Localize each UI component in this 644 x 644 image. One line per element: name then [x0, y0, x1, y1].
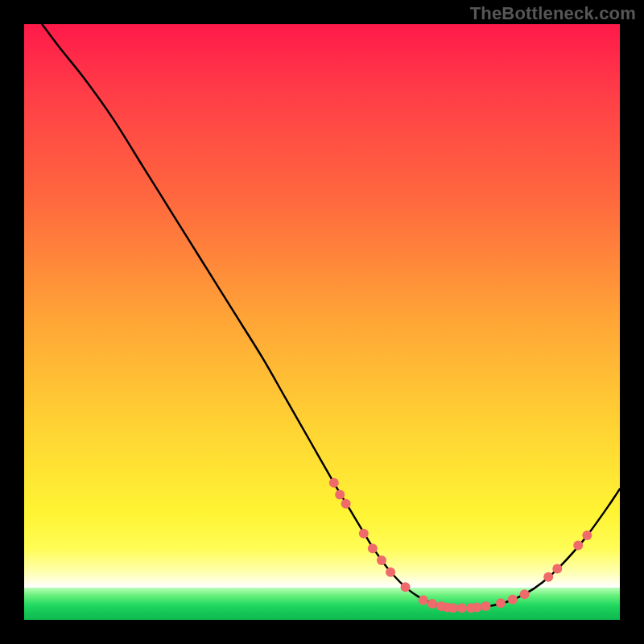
highlighted-points-group — [329, 478, 592, 613]
highlight-point — [401, 582, 411, 592]
bottleneck-curve — [42, 24, 620, 609]
chart-svg — [24, 24, 620, 620]
chart-frame: TheBottleneck.com — [0, 0, 644, 644]
highlight-point — [335, 490, 345, 500]
highlight-point — [329, 478, 339, 488]
highlight-point — [386, 568, 395, 577]
highlight-point — [582, 530, 592, 540]
plot-area — [24, 24, 620, 620]
highlight-point — [481, 601, 491, 611]
highlight-point — [552, 564, 562, 573]
highlight-point — [496, 598, 506, 608]
highlight-point — [472, 603, 481, 613]
highlight-point — [573, 541, 583, 551]
highlight-point — [508, 595, 518, 605]
highlight-point — [427, 599, 437, 609]
highlight-point — [448, 603, 458, 613]
highlight-point — [419, 596, 428, 605]
highlight-point — [368, 543, 378, 553]
highlight-point — [520, 589, 530, 599]
highlight-point — [543, 572, 553, 582]
highlight-point — [377, 555, 386, 565]
watermark-label: TheBottleneck.com — [470, 3, 636, 24]
highlight-point — [341, 499, 351, 509]
highlight-point — [359, 529, 369, 539]
highlight-point — [457, 603, 467, 613]
